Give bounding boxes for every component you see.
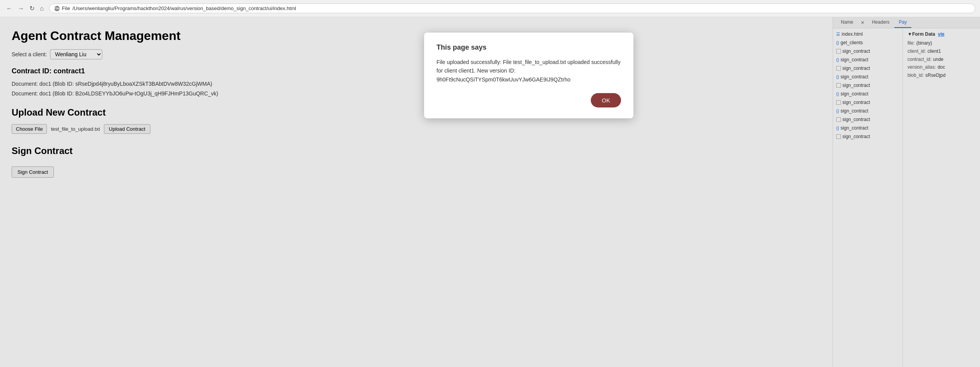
file-label: File <box>62 5 70 11</box>
modal-message: File uploaded successfully: File test_fi… <box>437 58 621 84</box>
back-button[interactable]: ← <box>5 5 14 12</box>
modal-overlay: This page says File uploaded successfull… <box>0 17 980 367</box>
url-text: /Users/wenliangliu/Programs/hackthon2024… <box>72 5 296 11</box>
file-icon: File <box>54 6 60 11</box>
forward-button[interactable]: → <box>16 5 26 12</box>
modal-title: This page says <box>437 43 621 52</box>
nav-buttons: ← → ↻ ⌂ <box>5 5 45 12</box>
main-layout: Agent Contract Management Select a clien… <box>0 17 980 367</box>
browser-chrome: ← → ↻ ⌂ File File /Users/wenliangliu/Pro… <box>0 0 980 17</box>
home-button[interactable]: ⌂ <box>38 5 45 12</box>
modal-ok-button[interactable]: OK <box>591 93 621 107</box>
modal-actions: OK <box>437 93 621 107</box>
address-bar[interactable]: File File /Users/wenliangliu/Programs/ha… <box>49 3 975 13</box>
reload-button[interactable]: ↻ <box>28 5 36 12</box>
modal-dialog: This page says File uploaded successfull… <box>424 33 633 118</box>
